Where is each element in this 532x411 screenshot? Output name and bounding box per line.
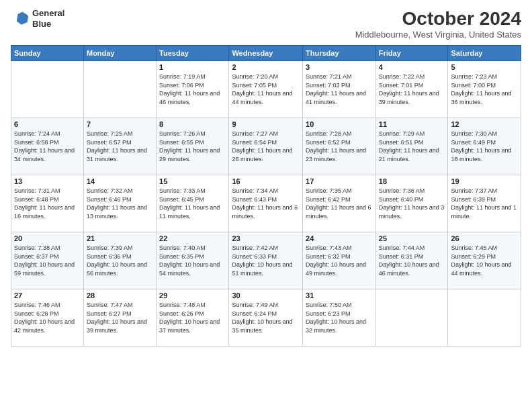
day-info: Sunrise: 7:35 AM Sunset: 6:42 PM Dayligh… <box>306 187 373 220</box>
calendar-cell: 17Sunrise: 7:35 AM Sunset: 6:42 PM Dayli… <box>303 175 376 232</box>
calendar-cell: 15Sunrise: 7:33 AM Sunset: 6:45 PM Dayli… <box>157 175 229 232</box>
calendar-cell: 8Sunrise: 7:26 AM Sunset: 6:55 PM Daylig… <box>157 118 229 175</box>
day-number: 27 <box>14 291 81 300</box>
calendar-cell: 6Sunrise: 7:24 AM Sunset: 6:58 PM Daylig… <box>11 118 84 175</box>
day-info: Sunrise: 7:40 AM Sunset: 6:35 PM Dayligh… <box>159 244 226 277</box>
calendar-cell: 13Sunrise: 7:31 AM Sunset: 6:48 PM Dayli… <box>11 175 84 232</box>
day-info: Sunrise: 7:49 AM Sunset: 6:24 PM Dayligh… <box>232 301 300 334</box>
day-number: 24 <box>306 234 373 242</box>
location: Middlebourne, West Virginia, United Stat… <box>355 30 521 40</box>
calendar-cell: 1Sunrise: 7:19 AM Sunset: 7:06 PM Daylig… <box>157 61 229 118</box>
weekday-header: Tuesday <box>157 46 229 61</box>
calendar-cell: 3Sunrise: 7:21 AM Sunset: 7:03 PM Daylig… <box>303 61 376 118</box>
title-block: October 2024 Middlebourne, West Virginia… <box>355 8 521 40</box>
calendar-cell: 22Sunrise: 7:40 AM Sunset: 6:35 PM Dayli… <box>157 232 229 289</box>
calendar-cell <box>11 61 84 118</box>
logo-icon <box>11 9 30 28</box>
day-info: Sunrise: 7:25 AM Sunset: 6:57 PM Dayligh… <box>87 130 153 163</box>
day-info: Sunrise: 7:48 AM Sunset: 6:26 PM Dayligh… <box>159 301 226 334</box>
day-number: 30 <box>232 291 300 300</box>
calendar-cell: 23Sunrise: 7:42 AM Sunset: 6:33 PM Dayli… <box>229 232 303 289</box>
weekday-header: Friday <box>375 46 448 61</box>
day-info: Sunrise: 7:37 AM Sunset: 6:39 PM Dayligh… <box>451 187 518 220</box>
calendar-week-row: 13Sunrise: 7:31 AM Sunset: 6:48 PM Dayli… <box>11 175 521 232</box>
calendar-table: SundayMondayTuesdayWednesdayThursdayFrid… <box>11 45 521 347</box>
day-number: 5 <box>451 63 518 71</box>
day-info: Sunrise: 7:27 AM Sunset: 6:54 PM Dayligh… <box>232 130 300 163</box>
calendar-cell: 25Sunrise: 7:44 AM Sunset: 6:31 PM Dayli… <box>375 232 448 289</box>
day-info: Sunrise: 7:39 AM Sunset: 6:36 PM Dayligh… <box>87 244 153 277</box>
day-number: 3 <box>306 63 373 71</box>
page: General Blue October 2024 Middlebourne, … <box>0 0 532 411</box>
calendar-cell: 19Sunrise: 7:37 AM Sunset: 6:39 PM Dayli… <box>448 175 521 232</box>
calendar-week-row: 1Sunrise: 7:19 AM Sunset: 7:06 PM Daylig… <box>11 61 521 118</box>
day-info: Sunrise: 7:45 AM Sunset: 6:29 PM Dayligh… <box>451 244 518 277</box>
calendar-week-row: 6Sunrise: 7:24 AM Sunset: 6:58 PM Daylig… <box>11 118 521 175</box>
weekday-header: Wednesday <box>229 46 303 61</box>
weekday-header: Monday <box>83 46 156 61</box>
day-info: Sunrise: 7:29 AM Sunset: 6:51 PM Dayligh… <box>379 130 445 163</box>
day-info: Sunrise: 7:38 AM Sunset: 6:37 PM Dayligh… <box>14 244 81 277</box>
day-info: Sunrise: 7:30 AM Sunset: 6:49 PM Dayligh… <box>451 130 518 163</box>
day-info: Sunrise: 7:31 AM Sunset: 6:48 PM Dayligh… <box>14 187 81 220</box>
day-info: Sunrise: 7:32 AM Sunset: 6:46 PM Dayligh… <box>87 187 153 220</box>
day-number: 1 <box>159 63 226 71</box>
calendar-cell: 20Sunrise: 7:38 AM Sunset: 6:37 PM Dayli… <box>11 232 84 289</box>
calendar-cell: 4Sunrise: 7:22 AM Sunset: 7:01 PM Daylig… <box>375 61 448 118</box>
calendar-cell: 31Sunrise: 7:50 AM Sunset: 6:23 PM Dayli… <box>303 289 376 347</box>
day-number: 22 <box>159 234 226 242</box>
day-info: Sunrise: 7:33 AM Sunset: 6:45 PM Dayligh… <box>159 187 226 220</box>
calendar-cell <box>448 289 521 347</box>
day-info: Sunrise: 7:20 AM Sunset: 7:05 PM Dayligh… <box>232 73 300 106</box>
day-info: Sunrise: 7:44 AM Sunset: 6:31 PM Dayligh… <box>379 244 445 277</box>
calendar-cell: 9Sunrise: 7:27 AM Sunset: 6:54 PM Daylig… <box>229 118 303 175</box>
day-info: Sunrise: 7:28 AM Sunset: 6:52 PM Dayligh… <box>306 130 373 163</box>
calendar-cell: 7Sunrise: 7:25 AM Sunset: 6:57 PM Daylig… <box>83 118 156 175</box>
day-number: 31 <box>306 291 373 300</box>
day-number: 25 <box>379 234 445 242</box>
day-info: Sunrise: 7:34 AM Sunset: 6:43 PM Dayligh… <box>232 187 300 220</box>
day-number: 19 <box>451 177 518 185</box>
day-number: 9 <box>232 120 300 128</box>
day-info: Sunrise: 7:46 AM Sunset: 6:28 PM Dayligh… <box>14 301 81 334</box>
day-number: 16 <box>232 177 300 185</box>
day-number: 28 <box>87 291 153 300</box>
calendar-cell: 26Sunrise: 7:45 AM Sunset: 6:29 PM Dayli… <box>448 232 521 289</box>
day-number: 10 <box>306 120 373 128</box>
day-number: 21 <box>87 234 153 242</box>
calendar-cell: 11Sunrise: 7:29 AM Sunset: 6:51 PM Dayli… <box>375 118 448 175</box>
day-number: 17 <box>306 177 373 185</box>
day-number: 8 <box>159 120 226 128</box>
day-number: 6 <box>14 120 81 128</box>
day-info: Sunrise: 7:50 AM Sunset: 6:23 PM Dayligh… <box>306 301 373 334</box>
day-number: 15 <box>159 177 226 185</box>
calendar-week-row: 27Sunrise: 7:46 AM Sunset: 6:28 PM Dayli… <box>11 289 521 347</box>
calendar-cell <box>375 289 448 347</box>
calendar-cell: 24Sunrise: 7:43 AM Sunset: 6:32 PM Dayli… <box>303 232 376 289</box>
month-title: October 2024 <box>355 8 521 30</box>
calendar-cell: 28Sunrise: 7:47 AM Sunset: 6:27 PM Dayli… <box>83 289 156 347</box>
calendar-cell: 18Sunrise: 7:36 AM Sunset: 6:40 PM Dayli… <box>375 175 448 232</box>
day-number: 23 <box>232 234 300 242</box>
calendar-cell: 16Sunrise: 7:34 AM Sunset: 6:43 PM Dayli… <box>229 175 303 232</box>
day-number: 13 <box>14 177 81 185</box>
day-info: Sunrise: 7:21 AM Sunset: 7:03 PM Dayligh… <box>306 73 373 106</box>
logo: General Blue <box>11 8 64 29</box>
calendar-cell: 30Sunrise: 7:49 AM Sunset: 6:24 PM Dayli… <box>229 289 303 347</box>
calendar-cell: 27Sunrise: 7:46 AM Sunset: 6:28 PM Dayli… <box>11 289 84 347</box>
calendar-cell: 29Sunrise: 7:48 AM Sunset: 6:26 PM Dayli… <box>157 289 229 347</box>
day-number: 11 <box>379 120 445 128</box>
day-number: 26 <box>451 234 518 242</box>
day-number: 14 <box>87 177 153 185</box>
weekday-header: Saturday <box>448 46 521 61</box>
day-info: Sunrise: 7:36 AM Sunset: 6:40 PM Dayligh… <box>379 187 445 220</box>
day-number: 2 <box>232 63 300 71</box>
day-number: 7 <box>87 120 153 128</box>
calendar-cell: 12Sunrise: 7:30 AM Sunset: 6:49 PM Dayli… <box>448 118 521 175</box>
day-number: 12 <box>451 120 518 128</box>
weekday-header: Thursday <box>303 46 376 61</box>
day-info: Sunrise: 7:23 AM Sunset: 7:00 PM Dayligh… <box>451 73 518 106</box>
day-info: Sunrise: 7:24 AM Sunset: 6:58 PM Dayligh… <box>14 130 81 163</box>
calendar-cell: 5Sunrise: 7:23 AM Sunset: 7:00 PM Daylig… <box>448 61 521 118</box>
day-info: Sunrise: 7:47 AM Sunset: 6:27 PM Dayligh… <box>87 301 153 334</box>
